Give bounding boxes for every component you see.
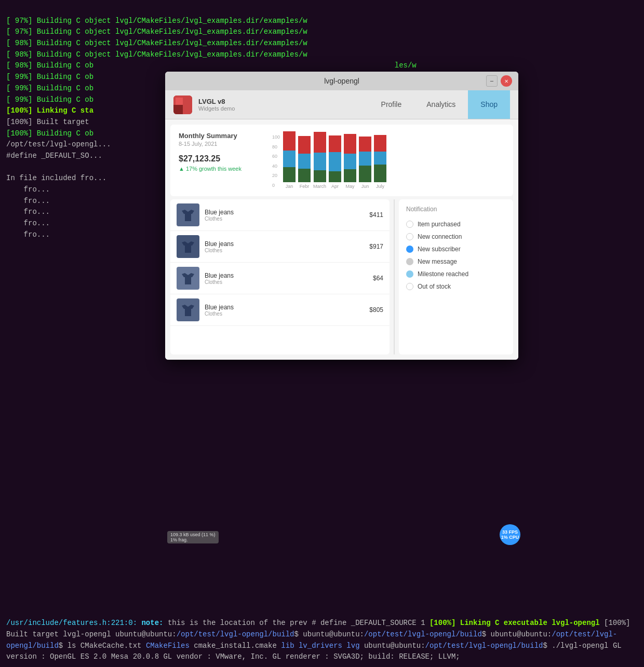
notifications-list: Item purchasedNew connectionNew subscrib… (406, 218, 506, 293)
notification-item: Out of stock (406, 280, 506, 293)
bar-segment-blue (359, 152, 371, 166)
product-category: Clothes (205, 216, 364, 222)
app-window: lvgl-opengl – ✕ LVGL v8 Widgets demo Pro… (165, 72, 518, 360)
product-category: Clothes (205, 279, 368, 285)
bar-segment-red (298, 136, 311, 154)
fps-badge: 33 FPS 1% CPU (500, 524, 520, 545)
product-category: Clothes (205, 248, 364, 253)
product-info: Blue jeansClothes (205, 240, 364, 253)
chart-growth: ▲ 17% growth this week (179, 166, 262, 172)
svg-rect-2 (176, 98, 183, 105)
app-name-block: LVGL v8 Widgets demo (198, 98, 235, 112)
product-price: $917 (369, 243, 383, 250)
window-title: lvgl-opengl (324, 77, 359, 85)
product-price: $411 (369, 211, 383, 219)
product-name: Blue jeans (205, 272, 368, 279)
notification-label: Item purchased (418, 221, 461, 228)
product-info: Blue jeansClothes (205, 209, 364, 222)
bar-label: Jun (361, 184, 369, 189)
product-category: Clothes (205, 311, 364, 317)
title-bar: lvgl-opengl – ✕ (165, 72, 518, 90)
bar-label: Jan (286, 184, 293, 189)
product-name: Blue jeans (205, 209, 364, 216)
bar-label: May (346, 184, 355, 189)
bar-segment-red (344, 134, 356, 154)
bar-segment-blue (344, 154, 356, 169)
notification-item: Item purchased (406, 218, 506, 230)
lower-section: Blue jeansClothes$411Blue jeansClothes$9… (165, 199, 518, 360)
bar-group: Jan (283, 131, 296, 189)
chart-info: Monthly Summary 8-15 July, 2021 $27,123.… (179, 132, 262, 189)
product-item[interactable]: Blue jeansClothes$411 (170, 199, 390, 231)
product-name: Blue jeans (205, 304, 364, 311)
product-item[interactable]: Blue jeansClothes$917 (170, 231, 390, 263)
bar-segment-green (283, 167, 296, 182)
bar-segment-red (329, 135, 341, 152)
bar-segment-blue (329, 152, 341, 171)
chart-title: Monthly Summary (179, 132, 262, 140)
nav-tabs: Profile Analytics Shop (369, 90, 510, 119)
bar-segment-red (314, 132, 326, 153)
product-thumbnail (177, 235, 199, 258)
tab-shop[interactable]: Shop (468, 90, 510, 119)
bar-segment-green (298, 169, 311, 182)
notification-item: New connection (406, 230, 506, 243)
app-content: Monthly Summary 8-15 July, 2021 $27,123.… (165, 119, 518, 360)
bar-label: Febr (300, 184, 310, 189)
bar-stack (298, 136, 311, 182)
bar-segment-blue (314, 153, 326, 170)
product-name: Blue jeans (205, 240, 364, 248)
bar-group: March (313, 132, 326, 189)
bar-stack (329, 135, 341, 182)
bar-stack (344, 134, 356, 182)
app-subtitle: Widgets demo (198, 105, 235, 112)
list-divider (394, 199, 395, 355)
bar-segment-blue (283, 151, 296, 167)
bar-segment-red (283, 131, 296, 151)
bar-segment-blue (298, 154, 311, 169)
notification-label: Milestone reached (418, 270, 468, 278)
product-item[interactable]: Blue jeansClothes$64 (170, 263, 390, 294)
tab-profile[interactable]: Profile (369, 90, 414, 119)
bar-segment-green (329, 171, 341, 182)
product-thumbnail (177, 267, 199, 290)
minimize-button[interactable]: – (486, 75, 498, 87)
growth-text: 17% growth this week (186, 166, 242, 172)
mem-used: 109.3 kB used (11 %) (170, 532, 216, 537)
chart-area: 100 80 60 40 20 0 JanFebrMarchAprMayJunJ… (272, 132, 505, 189)
notification-label: New message (418, 258, 457, 265)
tab-analytics[interactable]: Analytics (414, 90, 468, 119)
bar-stack (359, 137, 371, 182)
mem-frag: 1% frag. (170, 537, 188, 542)
product-thumbnail (177, 203, 199, 226)
products-list: Blue jeansClothes$411Blue jeansClothes$9… (170, 199, 390, 355)
fps-value: 33 FPS (502, 529, 518, 535)
notification-label: New connection (418, 233, 462, 240)
notification-dot (406, 283, 413, 290)
svg-rect-1 (173, 105, 183, 114)
notifications-title: Notification (406, 206, 506, 213)
bar-stack (283, 131, 296, 182)
cpu-value: 1% CPU (501, 535, 519, 540)
bar-group: Jun (359, 137, 371, 189)
bar-stack (314, 132, 326, 182)
bar-label: July (376, 184, 384, 189)
notification-label: Out of stock (418, 283, 451, 290)
product-item[interactable]: Blue jeansClothes$805 (170, 294, 390, 326)
product-thumbnail (177, 298, 199, 321)
bar-stack (374, 135, 386, 182)
app-logo (173, 96, 192, 114)
logo-inner (173, 96, 192, 114)
product-price: $805 (369, 306, 383, 314)
close-button[interactable]: ✕ (501, 75, 512, 87)
terminal-bottom: /usr/include/features.h:221:0: note: thi… (0, 614, 644, 667)
notification-item: Milestone reached (406, 268, 506, 280)
product-info: Blue jeansClothes (205, 272, 368, 285)
bar-segment-green (374, 165, 386, 182)
product-info: Blue jeansClothes (205, 304, 364, 317)
bar-group: May (344, 134, 356, 189)
notifications-panel: Notification Item purchasedNew connectio… (399, 199, 513, 355)
memory-badge: 109.3 kB used (11 %) 1% frag. (167, 531, 219, 543)
bar-label: Apr (331, 184, 339, 189)
bar-label: March (313, 184, 326, 189)
